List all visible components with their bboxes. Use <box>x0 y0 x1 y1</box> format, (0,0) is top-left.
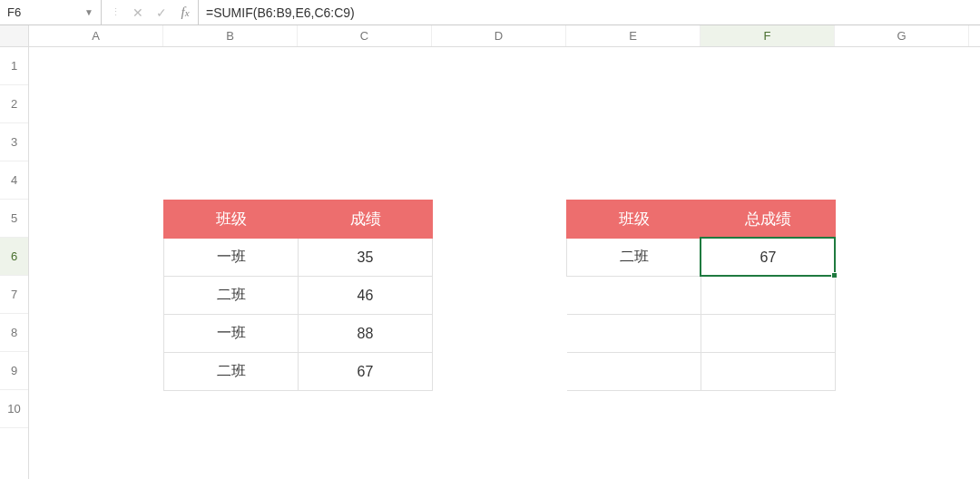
row-header-7[interactable]: 7 <box>0 276 28 314</box>
row-header-8[interactable]: 8 <box>0 314 28 352</box>
header-score[interactable]: 成绩 <box>299 200 433 239</box>
row-header-1[interactable]: 1 <box>0 47 28 85</box>
name-box-value: F6 <box>7 5 21 19</box>
column-header-d[interactable]: D <box>432 25 566 46</box>
table-header-row: 班级 成绩 <box>164 200 433 239</box>
column-header-e[interactable]: E <box>566 25 701 46</box>
column-header-f[interactable]: F <box>701 25 835 46</box>
empty-cell[interactable] <box>567 315 701 353</box>
header-total[interactable]: 总成绩 <box>701 200 836 239</box>
column-header-c[interactable]: C <box>298 25 432 46</box>
table-header-row: 班级 总成绩 <box>567 200 836 239</box>
chevron-down-icon[interactable]: ▼ <box>84 7 93 17</box>
column-header-b[interactable]: B <box>163 25 298 46</box>
empty-cell[interactable] <box>701 353 836 391</box>
cell-score[interactable]: 67 <box>299 353 433 391</box>
column-header-g[interactable]: G <box>835 25 969 46</box>
cell-score[interactable]: 35 <box>299 239 433 277</box>
cancel-icon[interactable]: ✕ <box>131 5 145 20</box>
empty-cell[interactable] <box>701 315 836 353</box>
cell-total[interactable]: 67 <box>701 239 836 277</box>
table-row: 二班 67 <box>567 239 836 277</box>
row-header-6[interactable]: 6 <box>0 238 28 276</box>
cell-class[interactable]: 二班 <box>164 353 299 391</box>
header-class[interactable]: 班级 <box>164 200 299 239</box>
row-header-2[interactable]: 2 <box>0 85 28 123</box>
empty-cell[interactable] <box>567 277 701 315</box>
row-header-4[interactable]: 4 <box>0 161 28 200</box>
cell-score[interactable]: 88 <box>299 315 433 353</box>
grid-area[interactable]: ABCDEFG 班级 成绩 一班 35 二班 46 一班 88 <box>29 25 980 479</box>
cell-class[interactable]: 二班 <box>567 239 701 277</box>
empty-cell[interactable] <box>701 277 836 315</box>
empty-cell[interactable] <box>567 353 701 391</box>
source-table: 班级 成绩 一班 35 二班 46 一班 88 二班 67 <box>163 200 433 391</box>
spreadsheet: 12345678910 ABCDEFG 班级 成绩 一班 35 二班 46 一班 <box>0 25 980 479</box>
select-all-corner[interactable] <box>0 25 28 47</box>
column-header-a[interactable]: A <box>29 25 163 46</box>
table-row: 二班 67 <box>164 353 433 391</box>
fx-icon[interactable]: fx <box>178 5 192 20</box>
formula-bar-controls: ⋮ ✕ ✓ fx <box>102 0 199 24</box>
row-headers: 12345678910 <box>0 25 29 479</box>
cell-class[interactable]: 一班 <box>164 315 299 353</box>
cell-class[interactable]: 一班 <box>164 239 299 277</box>
confirm-icon[interactable]: ✓ <box>154 5 169 20</box>
header-class[interactable]: 班级 <box>567 200 701 239</box>
row-header-5[interactable]: 5 <box>0 200 28 238</box>
result-table: 班级 总成绩 二班 67 <box>566 200 836 391</box>
grid[interactable]: 班级 成绩 一班 35 二班 46 一班 88 二班 67 <box>29 47 980 428</box>
row-header-3[interactable]: 3 <box>0 123 28 161</box>
row-header-10[interactable]: 10 <box>0 390 28 428</box>
formula-input[interactable]: =SUMIF(B6:B9,E6,C6:C9) <box>199 5 980 20</box>
cell-score[interactable]: 46 <box>299 277 433 315</box>
table-row: 二班 46 <box>164 277 433 315</box>
cell-class[interactable]: 二班 <box>164 277 299 315</box>
table-row <box>567 315 836 353</box>
table-row <box>567 353 836 391</box>
name-box[interactable]: F6 ▼ <box>0 0 102 24</box>
table-row <box>567 277 836 315</box>
row-header-9[interactable]: 9 <box>0 352 28 390</box>
drag-dots-icon: ⋮ <box>107 6 122 18</box>
table-row: 一班 88 <box>164 315 433 353</box>
column-headers: ABCDEFG <box>29 25 980 47</box>
table-row: 一班 35 <box>164 239 433 277</box>
formula-bar: F6 ▼ ⋮ ✕ ✓ fx =SUMIF(B6:B9,E6,C6:C9) <box>0 0 980 25</box>
